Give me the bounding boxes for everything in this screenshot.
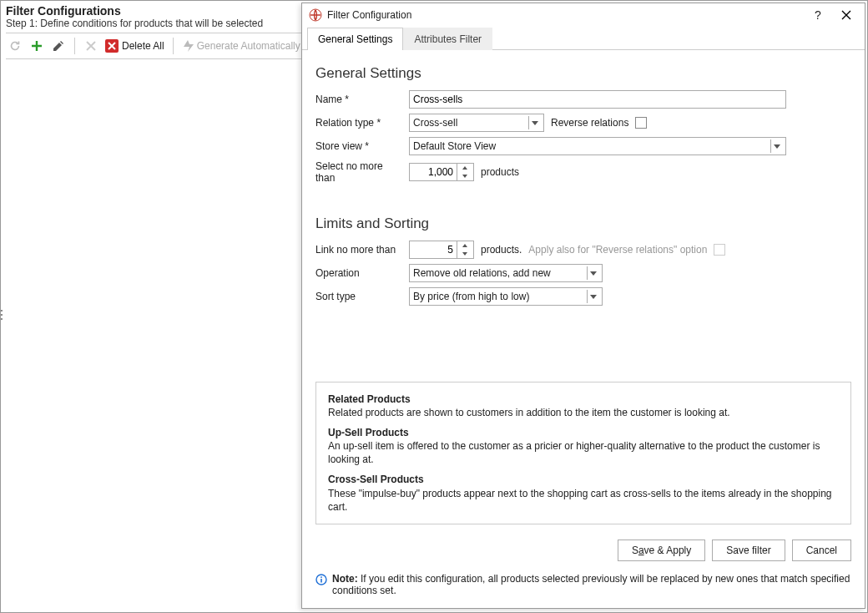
spinner-down-icon[interactable] — [457, 172, 472, 180]
select-no-more-spinner[interactable] — [409, 163, 474, 181]
dialog-tabs: General Settings Attributes Filter — [302, 27, 865, 50]
info-related-title: Related Products — [328, 393, 839, 406]
reverse-relations-label: Reverse relations — [551, 117, 628, 129]
info-icon — [315, 574, 327, 585]
link-no-more-label: Link no more than — [315, 244, 402, 256]
spinner-up-icon[interactable] — [457, 164, 472, 172]
operation-label: Operation — [315, 267, 402, 279]
save-apply-button[interactable]: Save & Apply — [618, 540, 705, 561]
chevron-down-icon — [587, 266, 602, 280]
note-label: Note: — [332, 573, 358, 585]
operation-select[interactable]: Remove old relations, add new — [409, 264, 603, 282]
help-button[interactable]: ? — [806, 6, 830, 24]
section-limits-sorting: Limits and Sorting — [315, 215, 851, 232]
generate-auto-button[interactable]: Generate Automatically — [182, 38, 300, 53]
app-logo-icon — [309, 8, 322, 22]
generate-auto-label: Generate Automatically — [197, 40, 300, 52]
add-icon[interactable] — [29, 38, 44, 53]
products-dot-suffix: products. — [481, 244, 522, 256]
chevron-down-icon — [528, 116, 543, 129]
relation-type-select[interactable]: Cross-sell — [409, 114, 544, 132]
section-general-settings: General Settings — [315, 65, 851, 82]
select-no-more-input[interactable] — [410, 166, 457, 178]
chevron-down-icon — [770, 139, 785, 153]
svg-rect-3 — [320, 576, 322, 578]
dialog-titlebar[interactable]: Filter Configuration ? — [302, 3, 865, 27]
spinner-down-icon[interactable] — [457, 250, 472, 258]
svg-rect-2 — [320, 579, 322, 583]
link-no-more-input[interactable] — [410, 244, 457, 256]
store-view-value: Default Store View — [413, 140, 496, 152]
operation-value: Remove old relations, add new — [413, 267, 551, 279]
sort-type-label: Sort type — [315, 291, 402, 302]
filter-configuration-dialog: Filter Configuration ? General Settings … — [301, 3, 865, 609]
close-button[interactable] — [835, 6, 858, 24]
info-upsell-title: Up-Sell Products — [328, 426, 839, 439]
store-view-select[interactable]: Default Store View — [409, 137, 786, 155]
dialog-title: Filter Configuration — [327, 9, 411, 21]
relation-type-label: Relation type * — [315, 117, 402, 129]
sort-type-select[interactable]: By price (from high to low) — [409, 287, 603, 306]
apply-also-checkbox[interactable] — [714, 244, 725, 256]
name-input[interactable] — [409, 90, 786, 109]
relation-type-value: Cross-sell — [413, 117, 457, 129]
note-text: If you edit this configuration, all prod… — [332, 573, 850, 596]
refresh-icon[interactable] — [8, 38, 23, 53]
toolbar-separator — [173, 38, 174, 54]
products-suffix: products — [481, 166, 519, 178]
dialog-body: General Settings Name * Relation type * … — [302, 50, 865, 531]
chevron-down-icon — [587, 290, 602, 303]
tab-attributes-filter[interactable]: Attributes Filter — [403, 28, 492, 50]
save-filter-button[interactable]: Save filter — [712, 540, 785, 561]
delete-all-label: Delete All — [122, 40, 164, 52]
select-no-more-label: Select no more than — [315, 160, 402, 184]
info-crosssell-desc: These "impulse-buy" products appear next… — [328, 487, 839, 514]
info-panel: Related Products Related products are sh… — [315, 382, 851, 525]
reverse-relations-checkbox[interactable] — [635, 117, 647, 129]
toolbar-separator — [74, 38, 75, 54]
info-related-desc: Related products are shown to customers … — [328, 406, 839, 419]
dialog-footer: Save & Apply Save filter Cancel Note: If… — [302, 531, 865, 608]
info-upsell-desc: An up-sell item is offered to the custom… — [328, 439, 839, 466]
spinner-up-icon[interactable] — [457, 241, 472, 250]
info-crosssell-title: Cross-Sell Products — [328, 473, 839, 486]
delete-icon[interactable] — [83, 38, 98, 53]
store-view-label: Store view * — [315, 140, 402, 152]
note-row: Note: If you edit this configuration, al… — [315, 573, 851, 601]
link-no-more-spinner[interactable] — [409, 241, 474, 259]
tab-general-settings[interactable]: General Settings — [307, 28, 403, 50]
cancel-button[interactable]: Cancel — [792, 540, 851, 561]
apply-also-label: Apply also for "Reverse relations" optio… — [528, 244, 707, 256]
delete-all-icon[interactable]: Delete All — [105, 38, 164, 53]
edit-icon[interactable] — [51, 38, 66, 53]
sort-type-value: By price (from high to low) — [413, 291, 529, 302]
name-label: Name * — [315, 94, 402, 105]
